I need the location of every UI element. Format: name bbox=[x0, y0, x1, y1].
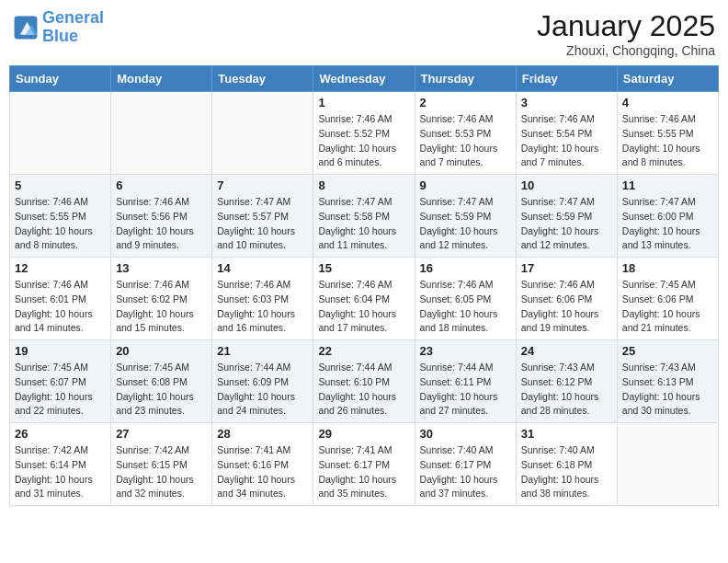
calendar-week-row: 19Sunrise: 7:45 AM Sunset: 6:07 PM Dayli… bbox=[10, 340, 719, 423]
weekday-header: Thursday bbox=[415, 66, 516, 92]
day-number: 24 bbox=[521, 344, 612, 358]
day-info: Sunrise: 7:47 AM Sunset: 5:57 PM Dayligh… bbox=[217, 195, 308, 253]
weekday-header: Sunday bbox=[10, 66, 111, 92]
day-number: 25 bbox=[622, 344, 713, 358]
calendar-cell: 23Sunrise: 7:44 AM Sunset: 6:11 PM Dayli… bbox=[415, 340, 516, 423]
day-number: 17 bbox=[521, 261, 612, 275]
day-number: 18 bbox=[622, 261, 713, 275]
day-number: 20 bbox=[116, 344, 207, 358]
day-info: Sunrise: 7:41 AM Sunset: 6:16 PM Dayligh… bbox=[217, 443, 308, 501]
day-info: Sunrise: 7:46 AM Sunset: 6:05 PM Dayligh… bbox=[420, 278, 511, 336]
weekday-header: Friday bbox=[516, 66, 617, 92]
day-number: 27 bbox=[116, 427, 207, 441]
calendar-cell bbox=[212, 92, 313, 175]
calendar-cell: 13Sunrise: 7:46 AM Sunset: 6:02 PM Dayli… bbox=[111, 258, 212, 340]
day-number: 9 bbox=[420, 178, 511, 192]
weekday-header: Saturday bbox=[617, 66, 718, 92]
day-info: Sunrise: 7:47 AM Sunset: 5:59 PM Dayligh… bbox=[420, 195, 511, 253]
calendar-cell: 15Sunrise: 7:46 AM Sunset: 6:04 PM Dayli… bbox=[313, 258, 415, 340]
day-info: Sunrise: 7:44 AM Sunset: 6:10 PM Dayligh… bbox=[318, 361, 409, 419]
day-info: Sunrise: 7:45 AM Sunset: 6:08 PM Dayligh… bbox=[116, 361, 207, 419]
calendar-cell: 10Sunrise: 7:47 AM Sunset: 5:59 PM Dayli… bbox=[516, 175, 617, 258]
calendar-cell: 31Sunrise: 7:40 AM Sunset: 6:18 PM Dayli… bbox=[516, 423, 617, 506]
logo: General Blue bbox=[13, 9, 104, 46]
calendar-cell: 25Sunrise: 7:43 AM Sunset: 6:13 PM Dayli… bbox=[617, 340, 718, 423]
logo-text: General Blue bbox=[42, 9, 104, 46]
day-info: Sunrise: 7:46 AM Sunset: 6:03 PM Dayligh… bbox=[217, 278, 308, 336]
calendar-cell bbox=[10, 92, 111, 175]
day-info: Sunrise: 7:47 AM Sunset: 5:59 PM Dayligh… bbox=[521, 195, 612, 253]
logo-icon bbox=[13, 15, 39, 40]
calendar: SundayMondayTuesdayWednesdayThursdayFrid… bbox=[9, 65, 719, 506]
calendar-cell: 29Sunrise: 7:41 AM Sunset: 6:17 PM Dayli… bbox=[313, 423, 415, 506]
calendar-cell: 12Sunrise: 7:46 AM Sunset: 6:01 PM Dayli… bbox=[10, 258, 111, 340]
day-info: Sunrise: 7:45 AM Sunset: 6:07 PM Dayligh… bbox=[15, 361, 106, 419]
day-number: 31 bbox=[521, 427, 612, 441]
day-info: Sunrise: 7:42 AM Sunset: 6:15 PM Dayligh… bbox=[116, 443, 207, 501]
day-number: 19 bbox=[15, 344, 106, 358]
calendar-cell: 2Sunrise: 7:46 AM Sunset: 5:53 PM Daylig… bbox=[415, 92, 516, 175]
day-info: Sunrise: 7:46 AM Sunset: 5:52 PM Dayligh… bbox=[318, 112, 409, 170]
day-info: Sunrise: 7:44 AM Sunset: 6:11 PM Dayligh… bbox=[420, 361, 511, 419]
calendar-cell: 4Sunrise: 7:46 AM Sunset: 5:55 PM Daylig… bbox=[617, 92, 718, 175]
day-number: 22 bbox=[318, 344, 409, 358]
calendar-cell: 21Sunrise: 7:44 AM Sunset: 6:09 PM Dayli… bbox=[212, 340, 313, 423]
day-info: Sunrise: 7:46 AM Sunset: 6:02 PM Dayligh… bbox=[116, 278, 207, 336]
day-number: 5 bbox=[15, 178, 106, 192]
weekday-header-row: SundayMondayTuesdayWednesdayThursdayFrid… bbox=[10, 66, 719, 92]
title-block: January 2025 Zhouxi, Chongqing, China bbox=[537, 9, 715, 58]
day-info: Sunrise: 7:41 AM Sunset: 6:17 PM Dayligh… bbox=[318, 443, 409, 501]
day-info: Sunrise: 7:46 AM Sunset: 5:55 PM Dayligh… bbox=[15, 195, 106, 253]
calendar-cell: 19Sunrise: 7:45 AM Sunset: 6:07 PM Dayli… bbox=[10, 340, 111, 423]
page-header: General Blue January 2025 Zhouxi, Chongq… bbox=[9, 9, 719, 58]
calendar-cell: 27Sunrise: 7:42 AM Sunset: 6:15 PM Dayli… bbox=[111, 423, 212, 506]
calendar-cell: 22Sunrise: 7:44 AM Sunset: 6:10 PM Dayli… bbox=[313, 340, 415, 423]
calendar-week-row: 5Sunrise: 7:46 AM Sunset: 5:55 PM Daylig… bbox=[10, 175, 719, 258]
day-number: 4 bbox=[622, 96, 713, 109]
weekday-header: Monday bbox=[111, 66, 212, 92]
calendar-cell: 30Sunrise: 7:40 AM Sunset: 6:17 PM Dayli… bbox=[415, 423, 516, 506]
month-title: January 2025 bbox=[537, 9, 715, 43]
location: Zhouxi, Chongqing, China bbox=[537, 43, 715, 58]
day-info: Sunrise: 7:46 AM Sunset: 5:53 PM Dayligh… bbox=[420, 112, 511, 170]
day-info: Sunrise: 7:47 AM Sunset: 5:58 PM Dayligh… bbox=[318, 195, 409, 253]
calendar-cell: 20Sunrise: 7:45 AM Sunset: 6:08 PM Dayli… bbox=[111, 340, 212, 423]
day-number: 28 bbox=[217, 427, 308, 441]
day-info: Sunrise: 7:42 AM Sunset: 6:14 PM Dayligh… bbox=[15, 443, 106, 501]
day-number: 15 bbox=[318, 261, 409, 275]
calendar-cell: 6Sunrise: 7:46 AM Sunset: 5:56 PM Daylig… bbox=[111, 175, 212, 258]
day-info: Sunrise: 7:46 AM Sunset: 6:06 PM Dayligh… bbox=[521, 278, 612, 336]
day-number: 16 bbox=[420, 261, 511, 275]
calendar-cell: 17Sunrise: 7:46 AM Sunset: 6:06 PM Dayli… bbox=[516, 258, 617, 340]
day-number: 7 bbox=[217, 178, 308, 192]
calendar-cell: 24Sunrise: 7:43 AM Sunset: 6:12 PM Dayli… bbox=[516, 340, 617, 423]
day-info: Sunrise: 7:44 AM Sunset: 6:09 PM Dayligh… bbox=[217, 361, 308, 419]
day-number: 21 bbox=[217, 344, 308, 358]
calendar-cell: 9Sunrise: 7:47 AM Sunset: 5:59 PM Daylig… bbox=[415, 175, 516, 258]
weekday-header: Wednesday bbox=[313, 66, 415, 92]
day-number: 2 bbox=[420, 96, 511, 109]
day-number: 12 bbox=[15, 261, 106, 275]
day-number: 1 bbox=[318, 96, 409, 109]
calendar-cell: 14Sunrise: 7:46 AM Sunset: 6:03 PM Dayli… bbox=[212, 258, 313, 340]
calendar-cell: 26Sunrise: 7:42 AM Sunset: 6:14 PM Dayli… bbox=[10, 423, 111, 506]
day-number: 3 bbox=[521, 96, 612, 109]
weekday-header: Tuesday bbox=[212, 66, 313, 92]
calendar-cell: 18Sunrise: 7:45 AM Sunset: 6:06 PM Dayli… bbox=[617, 258, 718, 340]
day-info: Sunrise: 7:40 AM Sunset: 6:17 PM Dayligh… bbox=[420, 443, 511, 501]
calendar-week-row: 12Sunrise: 7:46 AM Sunset: 6:01 PM Dayli… bbox=[10, 258, 719, 340]
calendar-cell: 28Sunrise: 7:41 AM Sunset: 6:16 PM Dayli… bbox=[212, 423, 313, 506]
day-number: 8 bbox=[318, 178, 409, 192]
day-number: 11 bbox=[622, 178, 713, 192]
day-number: 30 bbox=[420, 427, 511, 441]
day-info: Sunrise: 7:40 AM Sunset: 6:18 PM Dayligh… bbox=[521, 443, 612, 501]
day-number: 10 bbox=[521, 178, 612, 192]
day-info: Sunrise: 7:46 AM Sunset: 5:55 PM Dayligh… bbox=[622, 112, 713, 170]
calendar-cell: 11Sunrise: 7:47 AM Sunset: 6:00 PM Dayli… bbox=[617, 175, 718, 258]
day-info: Sunrise: 7:45 AM Sunset: 6:06 PM Dayligh… bbox=[622, 278, 713, 336]
day-info: Sunrise: 7:46 AM Sunset: 6:04 PM Dayligh… bbox=[318, 278, 409, 336]
calendar-cell bbox=[617, 423, 718, 506]
calendar-cell: 5Sunrise: 7:46 AM Sunset: 5:55 PM Daylig… bbox=[10, 175, 111, 258]
calendar-cell bbox=[111, 92, 212, 175]
day-number: 23 bbox=[420, 344, 511, 358]
